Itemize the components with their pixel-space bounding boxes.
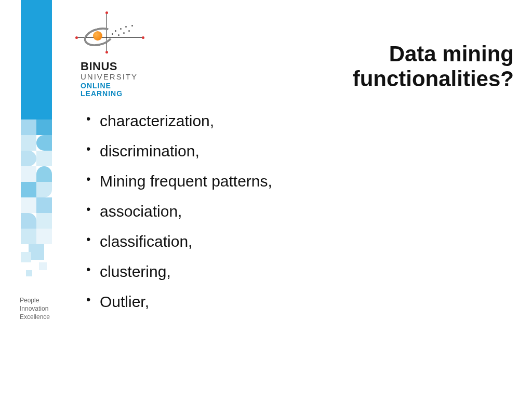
slide-title: Data mining functionalities?	[353, 42, 514, 92]
bullet-list: characterization, discrimination, Mining…	[83, 112, 272, 311]
logo-line-university: UNIVERSITY	[81, 73, 169, 81]
tagline-line: Excellence	[20, 313, 50, 321]
tagline-line: Innovation	[20, 304, 50, 313]
list-item: discrimination,	[83, 142, 272, 161]
list-item: Outlier,	[83, 292, 272, 311]
logo-line-online: ONLINE	[81, 82, 169, 90]
binus-logo: BINUS UNIVERSITY ONLINE LEARNING	[81, 16, 169, 98]
list-item: classification,	[83, 232, 272, 251]
sidebar-blue-block	[21, 0, 52, 119]
list-item: association,	[83, 202, 272, 221]
slide-body: characterization, discrimination, Mining…	[83, 112, 272, 323]
sidebar-decoration	[21, 0, 52, 291]
sidebar-tile-pattern	[21, 119, 52, 291]
title-line: Data mining	[353, 42, 514, 66]
sidebar-tagline: People Innovation Excellence	[20, 296, 50, 322]
logo-line-learning: LEARNING	[81, 90, 169, 98]
list-item: clustering,	[83, 262, 272, 281]
logo-text: BINUS UNIVERSITY ONLINE LEARNING	[81, 60, 169, 98]
tagline-line: People	[20, 296, 50, 304]
logo-mark-icon	[81, 16, 148, 57]
list-item: characterization,	[83, 112, 272, 130]
title-line: functionalities?	[353, 66, 514, 91]
list-item: Mining frequent patterns,	[83, 172, 272, 191]
logo-line-binus: BINUS	[81, 60, 169, 73]
